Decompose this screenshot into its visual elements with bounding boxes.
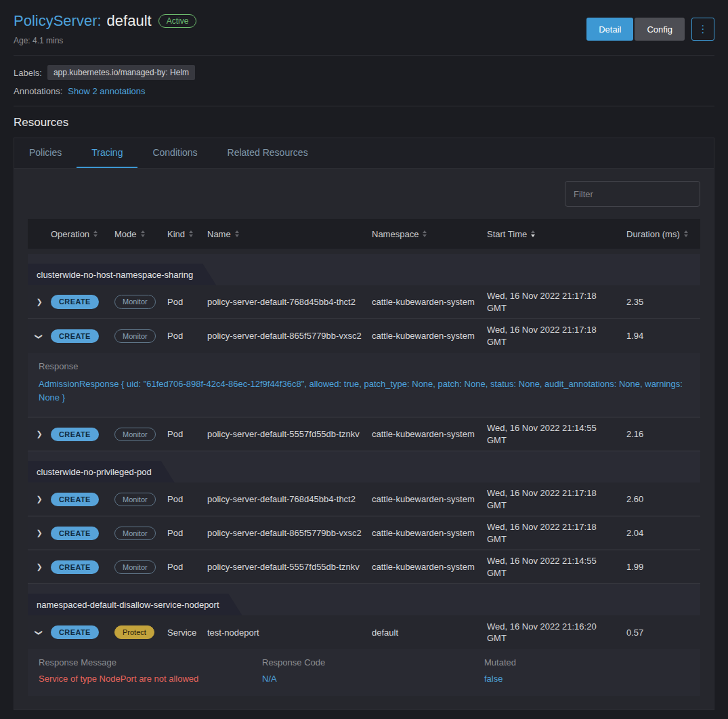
namespace-cell: cattle-kubewarden-system: [372, 561, 487, 573]
sort-icon: [93, 230, 98, 237]
row-expand-toggle[interactable]: ❯: [28, 628, 51, 637]
field-value: false: [484, 674, 689, 684]
group-name: clusterwide-no-host-namespace-sharing: [37, 270, 193, 280]
group-band: clusterwide-no-host-namespace-sharing: [28, 254, 700, 285]
table-header-row: OperationModeKindNameNamespaceStart Time…: [28, 219, 700, 249]
trace-row: ❯CREATEMonitorPodpolicy-server-default-8…: [28, 319, 700, 353]
column-label: Name: [207, 229, 231, 239]
column-header-namespace[interactable]: Namespace: [372, 229, 487, 239]
sort-desc-arrow: [684, 234, 688, 237]
detail-field: Response CodeN/A: [262, 657, 484, 684]
start-time-cell: Wed, 16 Nov 2022 21:14:55 GMT: [487, 555, 626, 579]
kebab-icon: ⋮: [698, 23, 708, 35]
operation-cell: CREATE: [51, 625, 114, 639]
tab-conditions[interactable]: Conditions: [137, 138, 212, 168]
trace-group: namespaced-default-disallow-service-node…: [28, 584, 700, 696]
tab-policies[interactable]: Policies: [14, 138, 77, 168]
mode-badge: Monitor: [114, 295, 156, 308]
sort-desc-arrow: [141, 234, 145, 237]
column-label: Mode: [114, 229, 137, 239]
column-header-mode[interactable]: Mode: [114, 229, 167, 239]
mode-badge: Monitor: [114, 428, 156, 441]
group-header: namespaced-default-disallow-service-node…: [28, 594, 242, 615]
trace-group: clusterwide-no-host-namespace-sharing❯CR…: [28, 254, 700, 451]
chevron-down-icon: ❯: [35, 630, 44, 636]
duration-cell: 1.94: [626, 330, 700, 342]
mode-cell: Protect: [114, 625, 167, 639]
table-body: clusterwide-no-host-namespace-sharing❯CR…: [28, 254, 700, 696]
kind-cell: Pod: [167, 527, 207, 539]
operation-badge: CREATE: [51, 329, 99, 343]
filter-input[interactable]: [565, 181, 700, 207]
name-cell: policy-server-default-865f5779bb-vxsc2: [207, 527, 372, 539]
group-band: clusterwide-no-privileged-pod: [28, 451, 700, 482]
row-detail: Response MessageService of type NodePort…: [28, 649, 700, 696]
sort-icon: [141, 230, 145, 237]
row-expand-toggle[interactable]: ❯: [28, 332, 51, 341]
label-badge: app.kubernetes.io/managed-by: Helm: [47, 65, 195, 80]
mode-badge: Monitor: [114, 560, 156, 574]
chevron-right-icon: ❯: [36, 495, 42, 504]
namespace-cell: cattle-kubewarden-system: [372, 527, 487, 539]
row-expand-toggle[interactable]: ❯: [28, 529, 51, 537]
chevron-right-icon: ❯: [36, 430, 42, 438]
chevron-down-icon: ❯: [35, 333, 44, 339]
sort-asc-arrow: [531, 230, 535, 233]
response-text: AdmissionResponse { uid: "61fed706-898f-…: [39, 377, 689, 405]
column-header-name[interactable]: Name: [207, 229, 372, 239]
trace-row: ❯CREATEProtectServicetest-nodeportdefaul…: [28, 615, 700, 649]
column-header-start-time[interactable]: Start Time: [487, 229, 626, 239]
namespace-cell: cattle-kubewarden-system: [372, 296, 487, 308]
sort-asc-arrow: [423, 230, 427, 233]
sort-desc-arrow: [423, 234, 427, 237]
start-time-cell: Wed, 16 Nov 2022 21:17:18 GMT: [487, 324, 626, 348]
group-header: clusterwide-no-privileged-pod: [28, 461, 175, 482]
row-detail: ResponseAdmissionResponse { uid: "61fed7…: [28, 353, 700, 417]
sort-icon: [684, 230, 688, 237]
trace-group: clusterwide-no-privileged-pod❯CREATEMoni…: [28, 451, 700, 584]
column-label: Namespace: [372, 229, 419, 239]
sort-asc-arrow: [684, 230, 688, 233]
operation-badge: CREATE: [51, 295, 99, 308]
operation-badge: CREATE: [51, 428, 99, 441]
namespace-cell: cattle-kubewarden-system: [372, 330, 487, 342]
duration-cell: 0.57: [626, 627, 700, 639]
operation-cell: CREATE: [51, 295, 114, 308]
duration-cell: 2.16: [626, 428, 700, 440]
start-time-cell: Wed, 16 Nov 2022 21:16:20 GMT: [487, 621, 626, 644]
sort-desc-arrow: [235, 234, 239, 237]
kind-cell: Pod: [167, 561, 207, 573]
name-cell: test-nodeport: [207, 627, 372, 639]
column-label: Duration (ms): [626, 229, 680, 239]
kind-cell: Service: [167, 627, 207, 639]
sort-asc-arrow: [235, 230, 239, 233]
column-label: Start Time: [487, 229, 527, 239]
divider: [14, 55, 714, 56]
column-header-operation[interactable]: Operation: [51, 229, 114, 239]
tabs: PoliciesTracingConditionsRelated Resourc…: [14, 138, 714, 168]
duration-cell: 2.60: [626, 493, 700, 506]
tab-tracing[interactable]: Tracing: [77, 138, 137, 168]
row-expand-toggle[interactable]: ❯: [28, 430, 51, 438]
sort-icon: [531, 230, 535, 237]
column-label: Operation: [51, 229, 89, 239]
column-header-kind[interactable]: Kind: [167, 229, 207, 239]
row-expand-toggle[interactable]: ❯: [28, 297, 51, 306]
mode-badge: Monitor: [114, 329, 156, 343]
operation-cell: CREATE: [51, 428, 114, 441]
tab-related-resources[interactable]: Related Resources: [213, 138, 323, 168]
age-label: Age: 4.1 mins: [14, 36, 196, 45]
trace-row: ❯CREATEMonitorPodpolicy-server-default-7…: [28, 285, 700, 319]
row-expand-toggle[interactable]: ❯: [28, 562, 51, 571]
actions-menu-button[interactable]: ⋮: [691, 18, 714, 41]
column-header-duration-ms[interactable]: Duration (ms): [626, 229, 700, 239]
trace-row: ❯CREATEMonitorPodpolicy-server-default-8…: [28, 516, 700, 550]
config-button[interactable]: Config: [635, 18, 685, 41]
chevron-right-icon: ❯: [36, 562, 42, 571]
show-annotations-link[interactable]: Show 2 annotations: [68, 86, 145, 96]
resources-title: Resources: [14, 116, 714, 129]
detail-button[interactable]: Detail: [586, 18, 633, 41]
start-time-cell: Wed, 16 Nov 2022 21:17:18 GMT: [487, 290, 626, 314]
chevron-right-icon: ❯: [36, 529, 42, 537]
row-expand-toggle[interactable]: ❯: [28, 495, 51, 504]
